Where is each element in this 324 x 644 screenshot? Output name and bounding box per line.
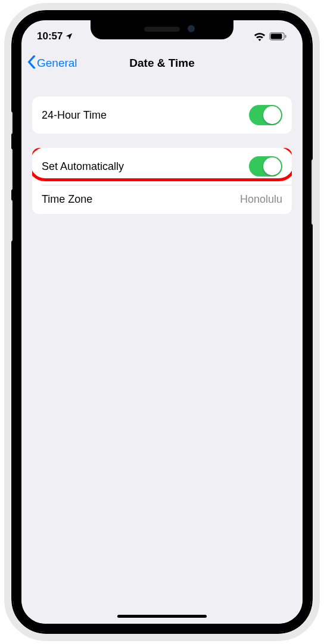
toggle-knob: [263, 157, 281, 175]
row-label: Set Automatically: [42, 160, 124, 173]
settings-group-1: 24-Hour Time: [32, 97, 292, 134]
settings-group-2: Set Automatically Time Zone Honolulu: [32, 148, 292, 214]
content-area: 24-Hour Time Set Automatically: [21, 97, 303, 228]
screen: 10:57: [21, 20, 303, 624]
status-time: 10:57: [37, 30, 63, 42]
power-button: [311, 159, 315, 225]
24-hour-time-row[interactable]: 24-Hour Time: [32, 97, 292, 134]
back-label: General: [37, 57, 77, 70]
back-button[interactable]: General: [27, 55, 77, 72]
wifi-icon: [254, 32, 266, 41]
phone-frame: 10:57: [4, 3, 320, 641]
row-label: Time Zone: [42, 193, 92, 206]
location-icon: [65, 32, 73, 41]
24-hour-time-toggle[interactable]: [249, 105, 282, 125]
chevron-left-icon: [27, 55, 36, 72]
set-automatically-toggle[interactable]: [249, 156, 282, 177]
notch: [91, 20, 233, 39]
volume-up-button: [9, 148, 13, 190]
toggle-knob: [263, 106, 281, 124]
time-zone-value: Honolulu: [240, 193, 282, 206]
svg-rect-2: [271, 34, 282, 39]
set-automatically-row[interactable]: Set Automatically: [32, 148, 292, 185]
battery-icon: [269, 32, 287, 41]
row-label: 24-Hour Time: [42, 109, 107, 122]
volume-down-button: [9, 200, 13, 242]
page-title: Date & Time: [129, 57, 194, 70]
silence-switch: [9, 112, 13, 134]
svg-rect-1: [285, 35, 286, 38]
time-zone-row[interactable]: Time Zone Honolulu: [32, 185, 292, 214]
home-indicator[interactable]: [117, 615, 207, 618]
nav-bar: General Date & Time: [21, 47, 303, 80]
